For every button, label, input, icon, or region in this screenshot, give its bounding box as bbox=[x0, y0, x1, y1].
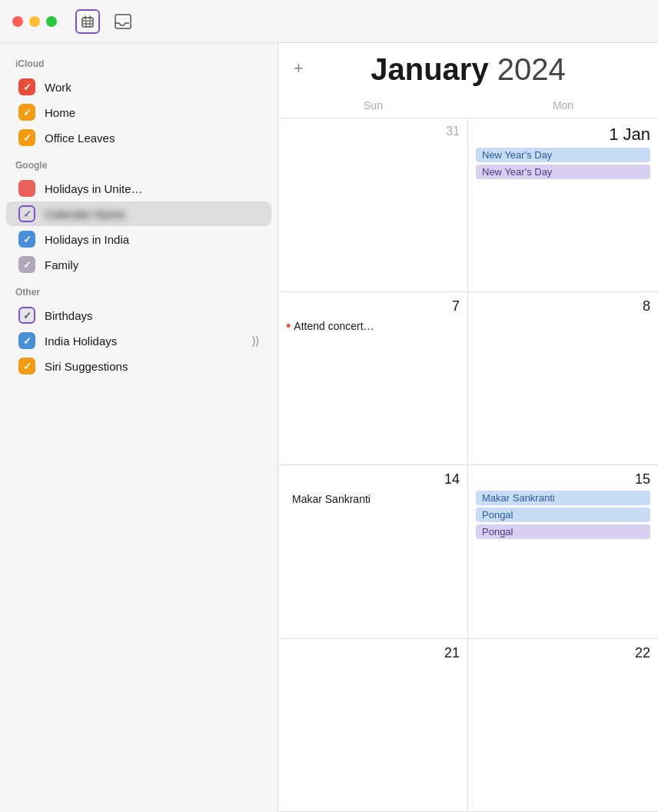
home-checkbox[interactable]: ✓ bbox=[18, 104, 35, 121]
siri-suggestions-checkbox[interactable]: ✓ bbox=[18, 358, 35, 374]
sidebar: iCloud ✓ Work ✓ Home ✓ Office Leaves Goo… bbox=[0, 43, 278, 812]
add-event-button[interactable]: + bbox=[294, 60, 304, 77]
makar-sankranti-mon-event[interactable]: Makar Sankranti bbox=[476, 491, 650, 505]
inbox-icon[interactable] bbox=[112, 11, 134, 32]
cell-sun-31[interactable]: 31 bbox=[278, 118, 468, 292]
close-button[interactable] bbox=[12, 16, 23, 27]
home-label: Home bbox=[45, 106, 259, 119]
work-label: Work bbox=[45, 81, 259, 94]
sidebar-item-holidays-united[interactable]: Holidays in Unite… bbox=[6, 176, 271, 201]
date-8: 8 bbox=[476, 298, 650, 314]
dot-icon: • bbox=[286, 319, 291, 333]
siri-suggestions-label: Siri Suggestions bbox=[45, 360, 259, 373]
month-name: January bbox=[371, 52, 488, 86]
holidays-united-label: Holidays in Unite… bbox=[45, 182, 259, 195]
month-year-title: January 2024 bbox=[371, 52, 566, 87]
date-1-jan: 1 Jan bbox=[476, 125, 650, 145]
date-31: 31 bbox=[286, 125, 460, 138]
cell-sun-21[interactable]: 21 bbox=[278, 639, 468, 813]
india-holidays-checkbox[interactable]: ✓ bbox=[18, 332, 35, 349]
birthdays-checkbox[interactable]: ✓ bbox=[18, 307, 35, 324]
blurred-checkbox[interactable]: ✓ bbox=[18, 205, 35, 222]
day-headers: Sun Mon bbox=[278, 93, 658, 118]
work-checkbox[interactable]: ✓ bbox=[18, 78, 35, 95]
sidebar-item-family[interactable]: ✓ Family bbox=[6, 252, 271, 277]
attend-concert-event[interactable]: • Attend concert… bbox=[286, 318, 460, 334]
calendar-view: + January 2024 Sun Mon 31 1 Jan New Year… bbox=[278, 43, 658, 812]
sidebar-item-holidays-india[interactable]: ✓ Holidays in India bbox=[6, 227, 271, 251]
google-section-label: Google bbox=[0, 151, 277, 175]
titlebar-icons bbox=[75, 9, 134, 34]
blurred-label: Calendar Name bbox=[45, 208, 259, 221]
minimize-button[interactable] bbox=[29, 16, 40, 27]
holidays-united-checkbox[interactable] bbox=[18, 180, 35, 197]
window-controls bbox=[12, 16, 57, 27]
date-21: 21 bbox=[286, 645, 460, 661]
date-15: 15 bbox=[476, 471, 650, 488]
date-22: 22 bbox=[476, 645, 650, 661]
india-holidays-suffix: )) bbox=[252, 334, 259, 347]
sidebar-item-birthdays[interactable]: ✓ Birthdays bbox=[6, 303, 271, 328]
date-14: 14 bbox=[286, 471, 460, 488]
svg-rect-7 bbox=[115, 15, 131, 28]
calendar-grid: 31 1 Jan New Year's Day New Year's Day 7… bbox=[278, 118, 658, 812]
cell-mon-8[interactable]: 8 bbox=[468, 292, 658, 466]
main-layout: iCloud ✓ Work ✓ Home ✓ Office Leaves Goo… bbox=[0, 43, 658, 812]
family-checkbox[interactable]: ✓ bbox=[18, 256, 35, 273]
sidebar-item-blurred[interactable]: ✓ Calendar Name bbox=[6, 201, 271, 226]
sidebar-item-office-leaves[interactable]: ✓ Office Leaves bbox=[6, 125, 271, 150]
svg-rect-0 bbox=[82, 18, 93, 27]
date-7: 7 bbox=[286, 298, 460, 314]
calendar-grid-icon[interactable] bbox=[75, 9, 100, 34]
monday-header: Mon bbox=[468, 93, 658, 118]
new-years-day-event-1[interactable]: New Year's Day bbox=[476, 148, 650, 162]
makar-sankranti-sun-event[interactable]: Makar Sankranti bbox=[286, 491, 460, 508]
maximize-button[interactable] bbox=[46, 16, 57, 27]
family-label: Family bbox=[45, 258, 259, 271]
sidebar-item-siri-suggestions[interactable]: ✓ Siri Suggestions bbox=[6, 354, 271, 378]
holidays-india-checkbox[interactable]: ✓ bbox=[18, 231, 35, 248]
year-number: 2024 bbox=[497, 52, 566, 86]
sidebar-item-india-holidays[interactable]: ✓ India Holidays )) bbox=[6, 328, 271, 353]
attend-concert-label: Attend concert… bbox=[294, 320, 374, 332]
calendar-header: + January 2024 bbox=[278, 43, 658, 93]
pongal-event-1[interactable]: Pongal bbox=[476, 508, 650, 522]
cell-sun-14[interactable]: 14 Makar Sankranti bbox=[278, 465, 468, 639]
cell-sun-7[interactable]: 7 • Attend concert… bbox=[278, 292, 468, 466]
sidebar-item-home[interactable]: ✓ Home bbox=[6, 100, 271, 125]
office-leaves-checkbox[interactable]: ✓ bbox=[18, 129, 35, 146]
birthdays-label: Birthdays bbox=[45, 309, 259, 322]
office-leaves-label: Office Leaves bbox=[45, 131, 259, 145]
new-years-day-event-2[interactable]: New Year's Day bbox=[476, 165, 650, 179]
india-holidays-label: India Holidays bbox=[45, 334, 248, 348]
sidebar-item-work[interactable]: ✓ Work bbox=[6, 75, 271, 99]
holidays-india-label: Holidays in India bbox=[45, 233, 259, 246]
cell-mon-15[interactable]: 15 Makar Sankranti Pongal Pongal bbox=[468, 465, 658, 639]
pongal-event-2[interactable]: Pongal bbox=[476, 524, 650, 539]
icloud-section-label: iCloud bbox=[0, 49, 277, 74]
other-section-label: Other bbox=[0, 278, 277, 302]
cell-mon-22[interactable]: 22 bbox=[468, 639, 658, 813]
sunday-header: Sun bbox=[278, 93, 468, 118]
cell-mon-1[interactable]: 1 Jan New Year's Day New Year's Day bbox=[468, 118, 658, 292]
titlebar bbox=[0, 0, 658, 43]
